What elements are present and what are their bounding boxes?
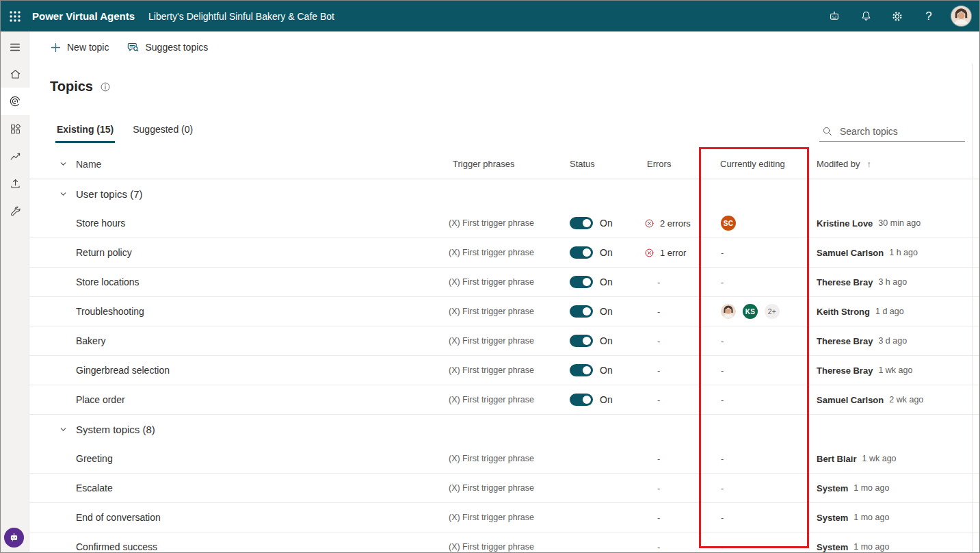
topic-row[interactable]: End of conversation (X) First trigger ph… (29, 503, 979, 532)
empty-value: - (721, 248, 724, 258)
modified-time: 3 d ago (878, 336, 907, 346)
empty-value: - (644, 454, 660, 464)
topic-name[interactable]: Place order (76, 394, 125, 405)
modified-by-name: System (817, 542, 848, 552)
topic-name[interactable]: Greeting (76, 453, 113, 464)
trigger-phrase: (X) First trigger phrase (449, 542, 534, 552)
topic-name[interactable]: Troubleshooting (76, 306, 144, 317)
topic-name[interactable]: Store hours (76, 218, 125, 229)
trigger-phrase: (X) First trigger phrase (449, 395, 534, 404)
app-title[interactable]: Power Virtual Agents (32, 10, 135, 22)
modified-time: 1 wk ago (862, 454, 897, 463)
bot-icon[interactable] (819, 1, 850, 31)
error-icon (644, 218, 654, 229)
trigger-phrase: (X) First trigger phrase (449, 483, 534, 493)
status-toggle[interactable] (570, 394, 593, 406)
column-header-trigger-phrases[interactable]: Trigger phrases (453, 159, 515, 169)
modified-by-name: Samuel Carlson (817, 248, 884, 258)
sidebar-item-home[interactable] (1, 60, 29, 88)
editor-initials-avatar: SC (721, 216, 736, 231)
topic-name[interactable]: Store locations (76, 276, 140, 287)
status-toggle[interactable] (570, 335, 593, 347)
sidebar-hamburger-icon[interactable] (1, 34, 29, 60)
help-icon[interactable]: ? (913, 1, 944, 31)
sort-ascending-icon[interactable]: ↑ (867, 159, 872, 169)
trigger-phrase: (X) First trigger phrase (449, 218, 534, 228)
chevron-down-icon[interactable] (59, 159, 68, 168)
empty-value: - (644, 483, 660, 493)
column-header-errors[interactable]: Errors (647, 159, 671, 169)
sidebar-item-entities[interactable] (1, 115, 29, 142)
search-topics-input[interactable] (840, 126, 956, 137)
topic-row[interactable]: Return policy (X) First trigger phrase O… (29, 238, 979, 268)
user-avatar[interactable] (951, 6, 971, 26)
group-header-row[interactable]: System topics (8) (29, 415, 979, 444)
column-header-modified-by[interactable]: Modifed by (817, 159, 860, 169)
modified-time: 30 min ago (878, 218, 921, 228)
empty-value: - (721, 454, 724, 464)
empty-value: - (721, 542, 724, 552)
app-launcher-waffle-icon[interactable] (1, 1, 29, 31)
topic-name[interactable]: Gingerbread selection (76, 365, 170, 376)
topic-name[interactable]: Confirmed success (76, 541, 157, 552)
suggest-topics-label: Suggest topics (145, 42, 208, 53)
topic-row[interactable]: Store hours (X) First trigger phrase On … (29, 209, 979, 238)
topic-row[interactable]: Greeting (X) First trigger phrase - - Be… (29, 444, 979, 474)
topic-row[interactable]: Troubleshooting (X) First trigger phrase… (29, 297, 979, 326)
info-icon[interactable] (100, 81, 111, 92)
sidebar-item-topics[interactable] (1, 88, 29, 115)
bot-name[interactable]: Liberty's Delightful Sinful Bakery & Caf… (148, 11, 334, 22)
notifications-bell-icon[interactable] (850, 1, 882, 31)
modified-by-name: Therese Bray (817, 365, 873, 376)
status-toggle[interactable] (570, 246, 593, 259)
settings-gear-icon[interactable] (882, 1, 913, 31)
trigger-phrase: (X) First trigger phrase (449, 513, 534, 522)
topic-name[interactable]: Bakery (76, 335, 106, 346)
suggest-topics-icon (127, 41, 140, 54)
sidebar-item-analytics[interactable] (1, 142, 29, 170)
status-label: On (600, 247, 613, 258)
status-label: On (600, 335, 613, 346)
modified-time: 1 d ago (875, 307, 904, 316)
topic-name[interactable]: Return policy (76, 247, 132, 258)
trigger-phrase: (X) First trigger phrase (449, 454, 534, 463)
modified-by-name: Bert Blair (817, 454, 857, 464)
status-toggle[interactable] (570, 276, 593, 288)
topic-row[interactable]: Bakery (X) First trigger phrase On - - T… (29, 326, 979, 356)
status-toggle[interactable] (570, 364, 593, 376)
tab-suggested[interactable]: Suggested (0) (131, 121, 194, 143)
status-toggle[interactable] (570, 217, 593, 229)
sidebar-item-manage-wrench-icon[interactable] (1, 197, 29, 224)
suggest-topics-button[interactable]: Suggest topics (127, 41, 208, 54)
error-count[interactable]: 2 errors (660, 218, 691, 229)
command-bar: New topic Suggest topics (29, 31, 979, 63)
topic-row[interactable]: Confirmed success (X) First trigger phra… (29, 532, 979, 553)
search-icon (822, 126, 833, 137)
top-app-bar: Power Virtual Agents Liberty's Delightfu… (1, 1, 979, 31)
column-header-status[interactable]: Status (570, 159, 595, 169)
topic-name[interactable]: Escalate (76, 483, 113, 493)
chevron-down-icon[interactable] (59, 190, 68, 198)
sidebar-item-publish[interactable] (1, 170, 29, 197)
topic-name[interactable]: End of conversation (76, 512, 161, 523)
chevron-down-icon[interactable] (59, 425, 68, 434)
new-topic-button[interactable]: New topic (50, 42, 109, 53)
topic-row[interactable]: Gingerbread selection (X) First trigger … (29, 356, 979, 385)
bot-helper-badge[interactable] (4, 528, 24, 548)
empty-value: - (721, 395, 724, 405)
group-header-row[interactable]: User topics (7) (29, 179, 979, 209)
topic-row[interactable]: Store locations (X) First trigger phrase… (29, 268, 979, 297)
empty-value: - (644, 542, 660, 552)
column-header-name[interactable]: Name (76, 159, 101, 170)
error-count[interactable]: 1 error (660, 248, 686, 258)
topic-row[interactable]: Escalate (X) First trigger phrase - - Sy… (29, 474, 979, 503)
column-header-currently-editing[interactable]: Currently editing (720, 159, 785, 169)
topic-row[interactable]: Place order (X) First trigger phrase On … (29, 385, 979, 415)
scrollbar[interactable] (972, 64, 973, 552)
tab-existing[interactable]: Existing (15) (55, 121, 115, 143)
status-toggle[interactable] (570, 305, 593, 318)
left-sidebar (1, 31, 29, 552)
group-label: System topics (8) (76, 424, 155, 435)
table-body: User topics (7) Store hours (X) First tr… (29, 179, 979, 553)
modified-time: 1 h ago (889, 248, 918, 257)
